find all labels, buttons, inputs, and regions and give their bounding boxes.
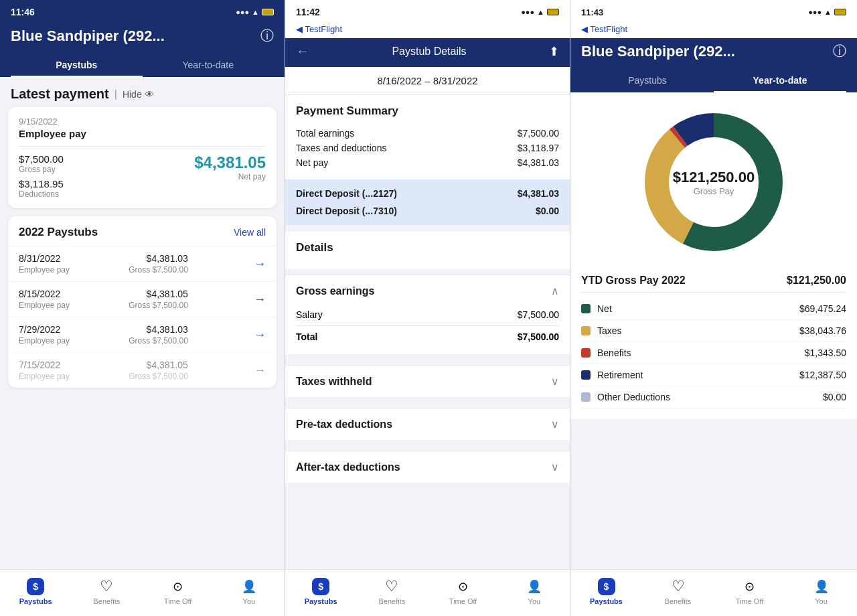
you-icon-1: 👤	[240, 578, 258, 595]
taxes-color-dot	[581, 326, 591, 335]
paystub-row[interactable]: 7/29/2022 Employee pay $4,381.03 Gross $…	[8, 317, 277, 352]
payment-summary-container: Payment Summary Total earnings $7,500.00…	[285, 95, 570, 225]
bottom-nav-timeoff-2[interactable]: ⊙ Time Off	[428, 574, 499, 609]
legend-benefits: Benefits $1,343.50	[581, 342, 846, 364]
gross-amount: $7,500.00	[19, 153, 64, 165]
donut-center: $121,250.00 Gross Pay	[673, 169, 755, 196]
bottom-nav-paystubs-label-2: Paystubs	[305, 597, 337, 605]
status-bar-2: 11:42 ●●● ▲	[285, 0, 570, 23]
info-icon-3[interactable]: ⓘ	[833, 42, 846, 60]
after-tax-header[interactable]: After-tax deductions ∨	[285, 451, 570, 483]
bottom-nav-you-2[interactable]: 👤 You	[499, 574, 570, 609]
view-all-link[interactable]: View all	[234, 227, 266, 238]
info-icon-1[interactable]: ⓘ	[260, 27, 274, 45]
card-date: 9/15/2022	[19, 117, 266, 127]
bottom-nav-you-3[interactable]: 👤 You	[785, 574, 857, 609]
ytd-title: YTD Gross Pay 2022	[581, 275, 686, 287]
row-arrow-icon: →	[254, 364, 266, 378]
tab-ytd-1[interactable]: Year-to-date	[143, 53, 275, 77]
benefits-icon-1: ♡	[98, 578, 115, 595]
share-button-2[interactable]: ⬆	[549, 44, 559, 59]
donut-container: $121,250.00 Gross Pay	[570, 92, 857, 266]
bottom-nav-you-label-3: You	[815, 597, 828, 605]
bottom-nav-benefits-3[interactable]: ♡ Benefits	[642, 574, 714, 609]
nav-bar-1: Blue Sandpiper (292... ⓘ	[0, 23, 285, 53]
bottom-spacer	[285, 483, 570, 523]
gross-label: Gross pay	[19, 165, 64, 174]
gross-earnings-title: Gross earnings	[296, 285, 374, 297]
benefits-icon-3: ♡	[670, 578, 687, 595]
bottom-nav-timeoff-label-1: Time Off	[164, 597, 192, 605]
latest-payment-title: Latest payment	[11, 86, 109, 102]
date-range: 8/16/2022 – 8/31/2022	[285, 67, 570, 95]
status-bar-3: 11:43 ●●● ▲	[570, 0, 857, 23]
details-section: Details	[285, 232, 570, 269]
page-title-2: Paystub Details	[392, 46, 466, 58]
deduct-amount: $3,118.95	[19, 178, 64, 189]
pre-tax-title: Pre-tax deductions	[296, 418, 392, 431]
bottom-nav-benefits-1[interactable]: ♡ Benefits	[71, 574, 142, 609]
payment-summary-title: Payment Summary	[296, 104, 559, 118]
gross-earnings-section: Gross earnings ∧ Salary $7,500.00 Total …	[285, 275, 570, 354]
tab-ytd-3[interactable]: Year-to-date	[714, 68, 846, 92]
net-section: $4,381.05 Net pay	[194, 153, 266, 181]
gross-earnings-header[interactable]: Gross earnings ∧	[285, 275, 570, 307]
bottom-nav-benefits-label-1: Benefits	[94, 597, 121, 605]
tabs-bar-3: Paystubs Year-to-date	[570, 68, 857, 92]
paystub-row[interactable]: 7/15/2022 Employee pay $4,381.05 Gross $…	[8, 352, 277, 388]
bottom-nav-timeoff-3[interactable]: ⊙ Time Off	[714, 574, 785, 609]
pre-tax-section: Pre-tax deductions ∨	[285, 408, 570, 440]
you-icon-2: 👤	[526, 578, 543, 595]
you-icon-3: 👤	[813, 578, 830, 595]
section-divider	[285, 397, 570, 402]
tab-paystubs-1[interactable]: Paystubs	[11, 53, 143, 77]
row-arrow-icon: →	[254, 257, 266, 271]
left-amounts: $7,500.00 Gross pay $3,118.95 Deductions	[19, 153, 64, 199]
status-bar-1: 11:46 ●●● ▲	[0, 0, 285, 23]
status-icons-2: ●●● ▲	[521, 8, 559, 16]
latest-payment-header: Latest payment | Hide 👁	[0, 77, 285, 107]
amounts-row: $7,500.00 Gross pay $3,118.95 Deductions…	[19, 153, 266, 199]
bottom-nav-benefits-label-2: Benefits	[379, 597, 406, 605]
latest-payment-card[interactable]: 9/15/2022 Employee pay $7,500.00 Gross p…	[8, 107, 277, 208]
bottom-nav-you-1[interactable]: 👤 You	[214, 574, 285, 609]
signal-icon: ●●●	[236, 8, 249, 16]
summary-table: Total earnings $7,500.00 Taxes and deduc…	[296, 126, 559, 170]
paystub-row[interactable]: 8/15/2022 Employee pay $4,381.05 Gross $…	[8, 281, 277, 317]
row-arrow-icon: →	[254, 293, 266, 307]
card-divider	[19, 146, 266, 147]
taxes-withheld-section: Taxes withheld ∨	[285, 365, 570, 397]
bottom-nav-paystubs-1[interactable]: $ Paystubs	[0, 574, 71, 609]
pre-tax-header[interactable]: Pre-tax deductions ∨	[285, 408, 570, 440]
chevron-down-icon: ∨	[551, 375, 559, 388]
signal-icon-3: ●●●	[808, 8, 822, 16]
net-amount: $4,381.05	[194, 153, 266, 172]
tab-paystubs-3[interactable]: Paystubs	[581, 68, 714, 92]
section-divider	[285, 354, 570, 360]
bottom-nav-paystubs-2[interactable]: $ Paystubs	[285, 574, 356, 609]
ytd-total: $121,250.00	[787, 275, 846, 287]
donut-chart: $121,250.00 Gross Pay	[640, 108, 787, 256]
testflight-bar-3: ◀ TestFlight	[570, 23, 857, 38]
paystubs-2022-section: 2022 Paystubs View all 8/31/2022 Employe…	[8, 216, 277, 388]
bottom-nav-benefits-2[interactable]: ♡ Benefits	[356, 574, 427, 609]
hide-link[interactable]: Hide 👁	[123, 89, 154, 100]
payment-summary-section: Payment Summary Total earnings $7,500.00…	[285, 95, 570, 179]
chevron-up-icon: ∧	[551, 285, 559, 297]
gross-total-row: Total $7,500.00	[296, 325, 559, 345]
paystubs-section-title: 2022 Paystubs	[19, 226, 98, 239]
back-button-2[interactable]: ←	[296, 44, 309, 59]
testflight-label-3[interactable]: ◀ TestFlight	[581, 24, 627, 34]
timeoff-icon-1: ⊙	[169, 578, 187, 595]
app-title-1: Blue Sandpiper (292...	[11, 27, 165, 45]
middle-nav-bar: ← Paystub Details ⬆	[285, 38, 570, 67]
summary-row: Taxes and deductions $3,118.97	[296, 141, 559, 155]
bottom-nav-timeoff-1[interactable]: ⊙ Time Off	[143, 574, 214, 609]
bottom-nav-paystubs-3[interactable]: $ Paystubs	[570, 574, 642, 609]
testflight-label-2[interactable]: ◀ TestFlight	[296, 24, 342, 34]
legend-retirement: Retirement $12,387.50	[581, 364, 846, 386]
taxes-withheld-header[interactable]: Taxes withheld ∨	[285, 365, 570, 397]
paystub-row[interactable]: 8/31/2022 Employee pay $4,381.03 Gross $…	[8, 246, 277, 281]
bottom-nav-timeoff-label-2: Time Off	[449, 597, 477, 605]
summary-row: Total earnings $7,500.00	[296, 126, 559, 141]
